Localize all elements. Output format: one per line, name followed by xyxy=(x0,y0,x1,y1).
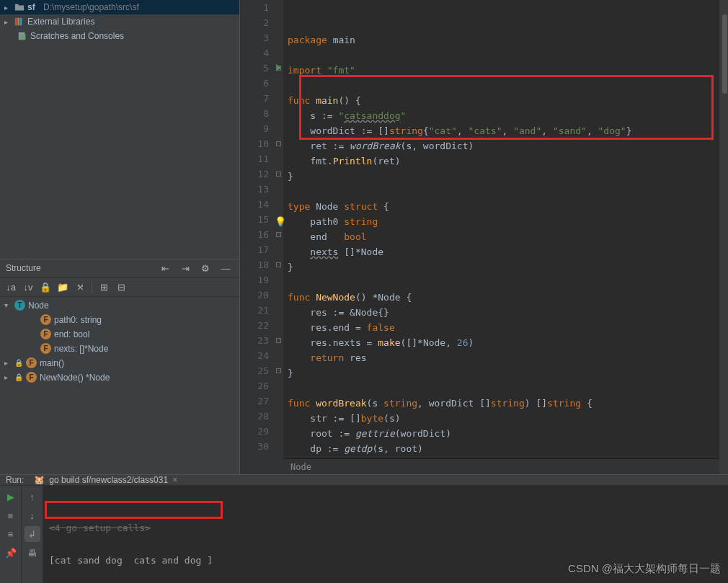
code-line[interactable]: nexts []*Node xyxy=(288,244,728,259)
project-root-path: D:\mysetup\gopath\src\sf xyxy=(43,2,139,12)
project-tree[interactable]: ▸ sf D:\mysetup\gopath\src\sf ▸ External… xyxy=(0,0,239,43)
code-line[interactable]: func main() { xyxy=(288,93,728,108)
highlight-annotation xyxy=(45,501,223,519)
code-line[interactable]: fmt.Println(ret) xyxy=(288,153,728,169)
structure-item[interactable]: ▸🔒Fmain() xyxy=(0,356,239,370)
external-libraries-label: External Libraries xyxy=(27,17,94,27)
code-line[interactable]: package main xyxy=(288,32,728,48)
scroll-thumb[interactable] xyxy=(722,14,727,94)
code-line[interactable]: wordDict := []string{"cat", "cats", "and… xyxy=(288,123,728,138)
run-config-name: go build sf/newclass2/class031 xyxy=(49,475,168,485)
expand-icon[interactable]: ⊞ xyxy=(96,279,112,295)
svg-rect-0 xyxy=(15,18,17,26)
down-icon[interactable]: ↓ xyxy=(25,507,40,523)
run-toolbar-left2: ↑ ↓ ↲ 🖶 xyxy=(22,486,43,583)
layout-icon[interactable]: ≡ xyxy=(3,526,19,542)
structure-item[interactable]: ▸🔒FNewNode() *Node xyxy=(0,370,239,385)
up-icon[interactable]: ↑ xyxy=(25,489,40,504)
scratches-row[interactable]: Scratches and Consoles xyxy=(0,29,239,43)
kind-badge-icon: T xyxy=(14,300,25,311)
run-toolbar-left: ▶ ■ ≡ 📌 xyxy=(0,486,22,583)
kind-badge-icon: F xyxy=(26,372,37,383)
run-console: Run: 🐹 go build sf/newclass2/class031 × … xyxy=(0,474,728,583)
filter-locked-icon[interactable]: 🔒 xyxy=(37,279,53,295)
code-line[interactable]: import "fmt" xyxy=(288,63,728,78)
structure-tree[interactable]: ▾TNodeFpath0: stringFend: boolFnexts: []… xyxy=(0,297,239,475)
code-line[interactable]: } xyxy=(288,169,728,184)
minimize-icon[interactable]: — xyxy=(218,260,234,276)
project-root-row[interactable]: ▸ sf D:\mysetup\gopath\src\sf xyxy=(0,0,239,14)
run-config-tab[interactable]: 🐹 go build sf/newclass2/class031 × xyxy=(30,475,182,485)
settings-icon[interactable]: ⚙ xyxy=(197,260,213,276)
code-line[interactable]: str := []byte(s) xyxy=(288,411,728,426)
code-line[interactable]: } xyxy=(288,365,728,380)
code-line[interactable]: func NewNode() *Node { xyxy=(288,290,728,305)
soft-wrap-icon[interactable]: ↲ xyxy=(25,526,40,542)
structure-item[interactable]: ▾TNode xyxy=(0,298,239,313)
console-line-result: [cat sand dog cats and dog ] xyxy=(49,555,722,566)
structure-toolbar: ↓a ↓v 🔒 📁 ⤧ ⊞ ⊟ xyxy=(0,278,239,297)
print-icon[interactable]: 🖶 xyxy=(25,545,40,561)
structure-title: Structure xyxy=(6,263,153,273)
code-line[interactable]: res.end = false xyxy=(288,320,728,335)
collapse-icon[interactable]: ⊟ xyxy=(113,279,129,295)
run-label: Run: xyxy=(6,475,24,485)
close-tab-icon[interactable]: × xyxy=(172,475,177,485)
structure-panel: Structure ⇤ ⇥ ⚙ — ↓a ↓v 🔒 📁 ⤧ ⊞ ⊟ ▾TNode… xyxy=(0,259,239,475)
code-line[interactable]: end bool xyxy=(288,229,728,244)
code-line[interactable]: type Node struct { xyxy=(288,199,728,214)
structure-item[interactable]: Fnexts: []*Node xyxy=(0,342,239,356)
structure-item-label: main() xyxy=(40,358,64,368)
code-line[interactable]: ret := wordBreak(s, wordDict) xyxy=(288,138,728,153)
chevron-right-icon: ▸ xyxy=(4,18,12,26)
code-line[interactable]: res.nexts = make([]*Node, 26) xyxy=(288,335,728,350)
project-root-name: sf xyxy=(27,2,35,12)
stop-icon[interactable]: ■ xyxy=(3,507,19,523)
console-output[interactable]: <4 go setup calls> [cat sand dog cats an… xyxy=(43,486,728,583)
scratches-label: Scratches and Consoles xyxy=(30,31,124,41)
autoscroll-icon[interactable]: ⤧ xyxy=(72,279,88,295)
rerun-icon[interactable]: ▶ xyxy=(3,489,19,504)
sort-visibility-icon[interactable]: ↓v xyxy=(20,279,36,295)
structure-item-label: nexts: []*Node xyxy=(54,344,108,354)
code-line[interactable] xyxy=(288,48,728,63)
lock-icon: 🔒 xyxy=(14,359,23,367)
pin-icon[interactable]: 📌 xyxy=(3,545,19,561)
collapse-all-icon[interactable]: ⇤ xyxy=(157,260,173,276)
chevron-icon: ▸ xyxy=(4,373,12,381)
structure-item[interactable]: Fend: bool xyxy=(0,327,239,342)
code-line[interactable]: return res xyxy=(288,350,728,365)
external-libraries-row[interactable]: ▸ External Libraries xyxy=(0,14,239,29)
code-line[interactable]: } xyxy=(288,259,728,275)
expand-all-icon[interactable]: ⇥ xyxy=(177,260,193,276)
structure-item-label: path0: string xyxy=(54,315,102,325)
code-line[interactable]: path0 string xyxy=(288,214,728,229)
code-line[interactable] xyxy=(288,380,728,396)
code-editor[interactable]: 12345-678910-1112-131415💡16-1718-1920212… xyxy=(240,0,728,474)
lock-icon: 🔒 xyxy=(14,373,23,381)
structure-item-label: Node xyxy=(28,301,49,311)
sort-alpha-icon[interactable]: ↓a xyxy=(3,279,19,295)
editor-breadcrumb[interactable]: Node xyxy=(283,458,728,474)
chevron-icon: ▸ xyxy=(4,359,12,367)
show-folders-icon[interactable]: 📁 xyxy=(55,279,71,295)
code-line[interactable] xyxy=(288,78,728,93)
code-line[interactable]: func wordBreak(s string, wordDict []stri… xyxy=(288,396,728,411)
code-line[interactable]: s := "catsanddog" xyxy=(288,108,728,123)
code-line[interactable]: dp := getdp(s, root) xyxy=(288,441,728,456)
structure-item[interactable]: Fpath0: string xyxy=(0,313,239,327)
kind-badge-icon: F xyxy=(40,329,51,339)
structure-item-label: end: bool xyxy=(54,329,89,339)
code-line[interactable] xyxy=(288,184,728,199)
editor-scrollbar[interactable] xyxy=(719,0,728,474)
scratches-icon xyxy=(17,31,27,41)
code-line[interactable]: root := gettrie(wordDict) xyxy=(288,426,728,441)
kind-badge-icon: F xyxy=(26,357,37,368)
svg-rect-2 xyxy=(20,18,22,26)
code-line[interactable] xyxy=(288,275,728,290)
code-line[interactable]: res := &Node{} xyxy=(288,305,728,320)
editor-code[interactable]: package mainimport "fmt"func main() { s … xyxy=(283,0,728,474)
folder-icon xyxy=(14,2,25,12)
left-sidebar: ▸ sf D:\mysetup\gopath\src\sf ▸ External… xyxy=(0,0,240,474)
editor-gutter: 12345-678910-1112-131415💡16-1718-1920212… xyxy=(240,0,283,474)
